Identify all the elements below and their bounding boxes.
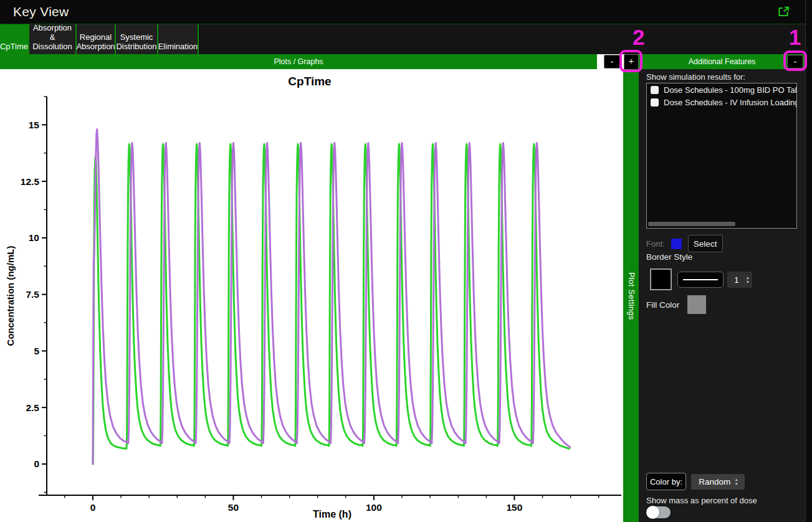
fill-color-row: Fill Color — [646, 295, 706, 314]
result-checkbox-unchecked[interactable] — [651, 86, 659, 94]
tab-strip: CpTimeAbsorption & DissolutionRegional A… — [0, 24, 812, 54]
border-style-label: Border Style — [646, 252, 692, 262]
plots-expand-button[interactable]: + — [624, 54, 639, 70]
svg-text:150: 150 — [506, 502, 522, 513]
svg-text:2.5: 2.5 — [26, 402, 39, 413]
font-row: Font: Select — [646, 235, 723, 252]
additional-features-panel: Show simulation results for: Dose Schedu… — [639, 69, 805, 522]
border-line-style-picker[interactable] — [677, 272, 724, 288]
chart-title: CpTime — [288, 75, 331, 88]
show-results-label: Show simulation results for: — [646, 72, 745, 82]
result-item: Dose Schedules - IV Infusion Loading plu — [647, 96, 796, 108]
tab-absorption-dissolution[interactable]: Absorption & Dissolution — [29, 24, 77, 54]
border-width-value: 1 — [727, 275, 746, 285]
tab-elimination[interactable]: Elimination — [158, 24, 199, 54]
horizontal-scrollbar-thumb[interactable] — [648, 222, 735, 226]
result-item-label: Dose Schedules - 100mg BID PO Tablet - — [664, 85, 797, 95]
additional-features-title: Additional Features — [689, 57, 756, 66]
plot-area: CpTime 05010015002.557.51012.515 Time (h… — [0, 69, 623, 522]
mass-percent-toggle[interactable] — [646, 506, 671, 519]
svg-text:10: 10 — [29, 232, 39, 243]
toggle-knob — [646, 506, 659, 519]
chart-axes: 05010015002.557.51012.515 — [21, 97, 621, 513]
plot-settings-tab[interactable]: Plot Settings — [623, 70, 639, 522]
tab-regional-absorption[interactable]: Regional Absorption — [77, 24, 116, 54]
plots-graphs-header: Plots / Graphs — [0, 54, 597, 69]
svg-text:100: 100 — [366, 502, 382, 513]
plots-collapse-button[interactable]: - — [604, 55, 620, 69]
chart-series-lines — [93, 130, 570, 464]
plots-graphs-title: Plots / Graphs — [274, 57, 323, 66]
spinner-arrows[interactable]: ▲ ▼ — [746, 276, 752, 284]
result-item: Dose Schedules - 100mg BID PO Tablet - — [647, 83, 796, 96]
fill-color-swatch[interactable] — [687, 295, 706, 314]
window-right-edge — [805, 0, 812, 522]
svg-text:0: 0 — [90, 502, 96, 513]
color-by-dropdown[interactable]: Random ▲▼ — [691, 474, 745, 490]
x-axis-label: Time (h) — [313, 509, 351, 520]
color-by-row: Color by: Random ▲▼ — [646, 473, 745, 490]
svg-text:5: 5 — [34, 346, 39, 356]
fill-color-label: Fill Color — [646, 300, 679, 310]
font-label: Font: — [646, 239, 665, 249]
open-in-new-icon[interactable] — [778, 6, 790, 17]
svg-text:12.5: 12.5 — [21, 176, 40, 187]
cptime-chart-svg: CpTime 05010015002.557.51012.515 Time (h… — [0, 69, 623, 522]
additional-features-collapse-button[interactable]: - — [787, 55, 803, 69]
font-select-button[interactable]: Select — [688, 235, 723, 252]
color-by-selected: Random — [695, 477, 735, 486]
window-title: Key View — [13, 4, 69, 19]
border-color-swatch[interactable] — [650, 268, 672, 290]
tab-cptime[interactable]: CpTime — [0, 24, 29, 54]
svg-text:0: 0 — [34, 458, 39, 469]
spinner-down-icon[interactable]: ▼ — [746, 280, 750, 284]
simulation-results-items: Dose Schedules - 100mg BID PO Tablet -Do… — [647, 83, 796, 108]
additional-features-header: Additional Features — [639, 54, 805, 69]
plot-settings-tab-label: Plot Settings — [627, 272, 636, 320]
tab-systemic-distribution[interactable]: Systemic Distribution — [116, 24, 158, 54]
simulation-results-list[interactable]: Dose Schedules - 100mg BID PO Tablet -Do… — [646, 83, 797, 229]
y-axis-label: Concentration (ng/mL) — [5, 246, 16, 346]
dropdown-arrows-icon: ▲▼ — [735, 478, 741, 486]
border-width-spinner[interactable]: 1 ▲ ▼ — [727, 272, 752, 288]
result-item-label: Dose Schedules - IV Infusion Loading plu — [664, 98, 797, 107]
svg-text:15: 15 — [29, 120, 40, 130]
mass-percent-label: Show mass as percent of dose — [646, 496, 757, 505]
result-checkbox-unchecked[interactable] — [651, 98, 659, 107]
font-color-swatch[interactable] — [671, 239, 682, 249]
title-bar: Key View — [0, 0, 812, 24]
color-by-button[interactable]: Color by: — [646, 473, 686, 490]
svg-text:7.5: 7.5 — [26, 289, 39, 300]
svg-text:50: 50 — [228, 502, 239, 513]
spinner-up-icon[interactable]: ▲ — [746, 276, 750, 280]
